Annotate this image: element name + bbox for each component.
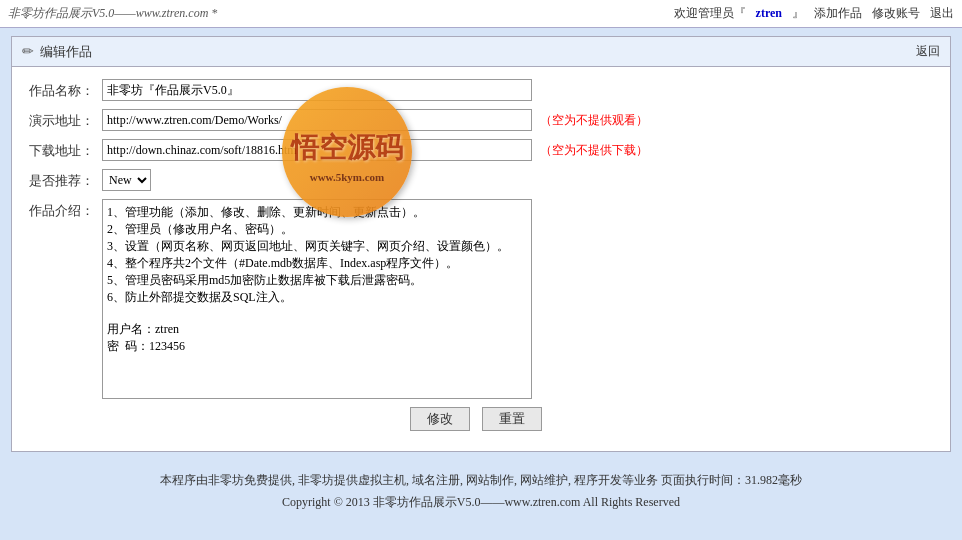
sub-header-left: ✏ 编辑作品 xyxy=(22,43,92,61)
download-row: 下载地址： （空为不提供下载） xyxy=(22,139,930,161)
footer-line2: Copyright © 2013 非零坊作品展示V5.0——www.ztren.… xyxy=(0,492,962,514)
footer-line1: 本程序由非零坊免费提供, 非零坊提供虚拟主机, 域名注册, 网站制作, 网站维护… xyxy=(0,470,962,492)
recommend-select[interactable]: New 是 否 xyxy=(102,169,151,191)
name-label: 作品名称： xyxy=(22,79,102,100)
name-row: 作品名称： xyxy=(22,79,930,101)
edit-icon: ✏ xyxy=(22,43,34,60)
download-input-wrap: （空为不提供下载） xyxy=(102,139,930,161)
recommend-row: 是否推荐： New 是 否 xyxy=(22,169,930,191)
name-input[interactable] xyxy=(102,79,532,101)
intro-textarea[interactable]: 1、管理功能（添加、修改、删除、更新时间、更新点击）。 2、管理员（修改用户名、… xyxy=(102,199,532,399)
intro-row: 作品介绍： 1、管理功能（添加、修改、删除、更新时间、更新点击）。 2、管理员（… xyxy=(22,199,930,399)
form-area: 作品名称： 演示地址： （空为不提供观看） 下载地址： （空为不提供下载） xyxy=(12,67,950,451)
recommend-label: 是否推荐： xyxy=(22,169,102,190)
edit-account-link[interactable]: 修改账号 xyxy=(872,5,920,22)
download-label: 下载地址： xyxy=(22,139,102,160)
name-input-wrap xyxy=(102,79,930,101)
demo-row: 演示地址： （空为不提供观看） xyxy=(22,109,930,131)
back-link[interactable]: 返回 xyxy=(916,43,940,60)
demo-label: 演示地址： xyxy=(22,109,102,130)
download-input[interactable] xyxy=(102,139,532,161)
top-bar: 非零坊作品展示V5.0——www.ztren.com * 欢迎管理员『ztren… xyxy=(0,0,962,28)
add-work-link[interactable]: 添加作品 xyxy=(814,5,862,22)
form-container: 悟空源码 www.5kym.com 作品名称： 演示地址： （空为不提供观看） xyxy=(12,67,950,451)
welcome-text: 欢迎管理员『 xyxy=(674,5,746,22)
top-nav: 欢迎管理员『ztren』 添加作品 修改账号 退出 xyxy=(674,5,954,22)
sub-header: ✏ 编辑作品 返回 xyxy=(12,37,950,67)
demo-hint: （空为不提供观看） xyxy=(540,112,648,129)
welcome-close: 』 xyxy=(792,5,804,22)
sub-header-label: 编辑作品 xyxy=(40,43,92,61)
main-panel: ✏ 编辑作品 返回 悟空源码 www.5kym.com 作品名称： 演示地址： xyxy=(11,36,951,452)
demo-input-wrap: （空为不提供观看） xyxy=(102,109,930,131)
demo-input[interactable] xyxy=(102,109,532,131)
submit-button[interactable]: 修改 xyxy=(410,407,470,431)
footer: 本程序由非零坊免费提供, 非零坊提供虚拟主机, 域名注册, 网站制作, 网站维护… xyxy=(0,460,962,519)
site-title: 非零坊作品展示V5.0——www.ztren.com * xyxy=(8,5,217,22)
recommend-select-wrap: New 是 否 xyxy=(102,169,930,191)
buttons-row: 修改 重置 xyxy=(22,407,930,441)
reset-button[interactable]: 重置 xyxy=(482,407,542,431)
intro-label: 作品介绍： xyxy=(22,199,102,220)
admin-username: ztren xyxy=(756,6,782,21)
download-hint: （空为不提供下载） xyxy=(540,142,648,159)
logout-link[interactable]: 退出 xyxy=(930,5,954,22)
